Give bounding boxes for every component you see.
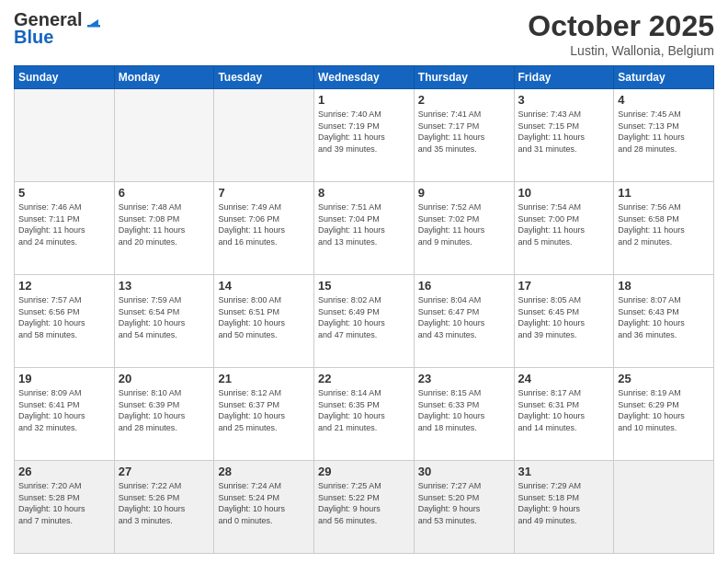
calendar-cell: 5Sunrise: 7:46 AMSunset: 7:11 PMDaylight… — [15, 182, 115, 275]
day-info: Sunrise: 7:54 AMSunset: 7:00 PMDaylight:… — [518, 201, 610, 247]
day-info: Sunrise: 7:56 AMSunset: 6:58 PMDaylight:… — [618, 201, 710, 247]
calendar-cell: 29Sunrise: 7:25 AMSunset: 5:22 PMDayligh… — [314, 461, 415, 554]
calendar-cell: 9Sunrise: 7:52 AMSunset: 7:02 PMDaylight… — [414, 182, 514, 275]
day-info: Sunrise: 7:45 AMSunset: 7:13 PMDaylight:… — [618, 109, 710, 155]
day-info: Sunrise: 7:51 AMSunset: 7:04 PMDaylight:… — [318, 201, 410, 247]
logo-blue-text: Blue — [14, 27, 53, 48]
day-number: 5 — [18, 186, 110, 200]
day-info: Sunrise: 7:40 AMSunset: 7:19 PMDaylight:… — [318, 109, 410, 155]
day-info: Sunrise: 8:14 AMSunset: 6:35 PMDaylight:… — [318, 387, 410, 433]
day-header-friday: Friday — [514, 66, 614, 89]
day-info: Sunrise: 7:57 AMSunset: 6:56 PMDaylight:… — [18, 294, 110, 340]
day-number: 27 — [119, 465, 210, 478]
day-number: 8 — [318, 186, 410, 200]
day-header-sunday: Sunday — [15, 66, 115, 89]
calendar-cell: 1Sunrise: 7:40 AMSunset: 7:19 PMDaylight… — [314, 89, 415, 182]
day-number: 12 — [18, 279, 110, 293]
day-number: 13 — [119, 279, 210, 293]
day-info: Sunrise: 7:22 AMSunset: 5:26 PMDaylight:… — [119, 480, 210, 526]
calendar-cell: 6Sunrise: 7:48 AMSunset: 7:08 PMDaylight… — [114, 182, 214, 275]
calendar-cell: 12Sunrise: 7:57 AMSunset: 6:56 PMDayligh… — [15, 275, 115, 368]
location: Lustin, Wallonia, Belgium — [528, 43, 714, 58]
day-number: 29 — [318, 465, 410, 478]
day-info: Sunrise: 7:41 AMSunset: 7:17 PMDaylight:… — [418, 109, 510, 155]
calendar-cell: 19Sunrise: 8:09 AMSunset: 6:41 PMDayligh… — [15, 368, 115, 461]
day-info: Sunrise: 7:24 AMSunset: 5:24 PMDaylight:… — [218, 480, 310, 526]
calendar-cell: 18Sunrise: 8:07 AMSunset: 6:43 PMDayligh… — [614, 275, 714, 368]
title-block: October 2025 Lustin, Wallonia, Belgium — [528, 9, 714, 58]
day-info: Sunrise: 8:19 AMSunset: 6:29 PMDaylight:… — [618, 387, 710, 433]
day-number: 21 — [218, 372, 310, 385]
day-number: 23 — [418, 372, 510, 385]
day-info: Sunrise: 8:17 AMSunset: 6:31 PMDaylight:… — [518, 387, 610, 433]
calendar-cell: 4Sunrise: 7:45 AMSunset: 7:13 PMDaylight… — [614, 89, 714, 182]
calendar-cell: 21Sunrise: 8:12 AMSunset: 6:37 PMDayligh… — [214, 368, 314, 461]
day-number: 6 — [119, 186, 210, 200]
day-info: Sunrise: 8:15 AMSunset: 6:33 PMDaylight:… — [418, 387, 510, 433]
day-number: 31 — [518, 465, 610, 478]
calendar-cell — [614, 461, 714, 554]
calendar-cell: 26Sunrise: 7:20 AMSunset: 5:28 PMDayligh… — [15, 461, 115, 554]
day-info: Sunrise: 8:09 AMSunset: 6:41 PMDaylight:… — [18, 387, 110, 433]
calendar-cell: 11Sunrise: 7:56 AMSunset: 6:58 PMDayligh… — [614, 182, 714, 275]
day-header-thursday: Thursday — [414, 66, 514, 89]
day-number: 24 — [518, 372, 610, 385]
day-number: 1 — [318, 93, 410, 107]
calendar-cell — [15, 89, 115, 182]
day-header-saturday: Saturday — [614, 66, 714, 89]
calendar-cell: 24Sunrise: 8:17 AMSunset: 6:31 PMDayligh… — [514, 368, 614, 461]
day-info: Sunrise: 7:59 AMSunset: 6:54 PMDaylight:… — [119, 294, 210, 340]
week-row-3: 12Sunrise: 7:57 AMSunset: 6:56 PMDayligh… — [15, 275, 714, 368]
calendar-cell: 22Sunrise: 8:14 AMSunset: 6:35 PMDayligh… — [314, 368, 415, 461]
calendar-cell: 15Sunrise: 8:02 AMSunset: 6:49 PMDayligh… — [314, 275, 415, 368]
header: General Blue October 2025 Lustin, Wallon… — [14, 9, 714, 58]
day-info: Sunrise: 7:49 AMSunset: 7:06 PMDaylight:… — [218, 201, 310, 247]
week-row-5: 26Sunrise: 7:20 AMSunset: 5:28 PMDayligh… — [15, 461, 714, 554]
calendar-cell: 3Sunrise: 7:43 AMSunset: 7:15 PMDaylight… — [514, 89, 614, 182]
calendar-header-row: SundayMondayTuesdayWednesdayThursdayFrid… — [15, 66, 714, 89]
logo: General Blue — [14, 9, 102, 48]
calendar-cell: 20Sunrise: 8:10 AMSunset: 6:39 PMDayligh… — [114, 368, 214, 461]
day-info: Sunrise: 7:48 AMSunset: 7:08 PMDaylight:… — [119, 201, 210, 247]
calendar-cell: 8Sunrise: 7:51 AMSunset: 7:04 PMDaylight… — [314, 182, 415, 275]
day-info: Sunrise: 8:10 AMSunset: 6:39 PMDaylight:… — [119, 387, 210, 433]
day-number: 4 — [618, 93, 710, 107]
calendar-cell: 16Sunrise: 8:04 AMSunset: 6:47 PMDayligh… — [414, 275, 514, 368]
week-row-2: 5Sunrise: 7:46 AMSunset: 7:11 PMDaylight… — [15, 182, 714, 275]
day-number: 9 — [418, 186, 510, 200]
day-info: Sunrise: 8:12 AMSunset: 6:37 PMDaylight:… — [218, 387, 310, 433]
calendar-cell — [214, 89, 314, 182]
day-info: Sunrise: 7:46 AMSunset: 7:11 PMDaylight:… — [18, 201, 110, 247]
day-info: Sunrise: 7:20 AMSunset: 5:28 PMDaylight:… — [18, 480, 110, 526]
day-number: 28 — [218, 465, 310, 478]
day-info: Sunrise: 7:27 AMSunset: 5:20 PMDaylight:… — [418, 480, 510, 526]
month-title: October 2025 — [528, 9, 714, 43]
week-row-1: 1Sunrise: 7:40 AMSunset: 7:19 PMDaylight… — [15, 89, 714, 182]
day-number: 14 — [218, 279, 310, 293]
day-number: 7 — [218, 186, 310, 200]
day-number: 15 — [318, 279, 410, 293]
day-number: 2 — [418, 93, 510, 107]
day-number: 16 — [418, 279, 510, 293]
page: General Blue October 2025 Lustin, Wallon… — [0, 0, 728, 563]
calendar-cell: 17Sunrise: 8:05 AMSunset: 6:45 PMDayligh… — [514, 275, 614, 368]
calendar-cell: 30Sunrise: 7:27 AMSunset: 5:20 PMDayligh… — [414, 461, 514, 554]
calendar-table: SundayMondayTuesdayWednesdayThursdayFrid… — [14, 65, 714, 554]
calendar-cell: 10Sunrise: 7:54 AMSunset: 7:00 PMDayligh… — [514, 182, 614, 275]
day-header-wednesday: Wednesday — [314, 66, 415, 89]
day-number: 30 — [418, 465, 510, 478]
day-info: Sunrise: 7:25 AMSunset: 5:22 PMDaylight:… — [318, 480, 410, 526]
week-row-4: 19Sunrise: 8:09 AMSunset: 6:41 PMDayligh… — [15, 368, 714, 461]
calendar-cell: 13Sunrise: 7:59 AMSunset: 6:54 PMDayligh… — [114, 275, 214, 368]
day-info: Sunrise: 8:00 AMSunset: 6:51 PMDaylight:… — [218, 294, 310, 340]
calendar-cell: 14Sunrise: 8:00 AMSunset: 6:51 PMDayligh… — [214, 275, 314, 368]
logo-arrow-icon — [82, 10, 102, 30]
calendar-cell — [114, 89, 214, 182]
day-number: 3 — [518, 93, 610, 107]
day-number: 18 — [618, 279, 710, 293]
day-number: 11 — [618, 186, 710, 200]
day-info: Sunrise: 7:52 AMSunset: 7:02 PMDaylight:… — [418, 201, 510, 247]
day-number: 19 — [18, 372, 110, 385]
day-info: Sunrise: 8:04 AMSunset: 6:47 PMDaylight:… — [418, 294, 510, 340]
calendar-cell: 27Sunrise: 7:22 AMSunset: 5:26 PMDayligh… — [114, 461, 214, 554]
